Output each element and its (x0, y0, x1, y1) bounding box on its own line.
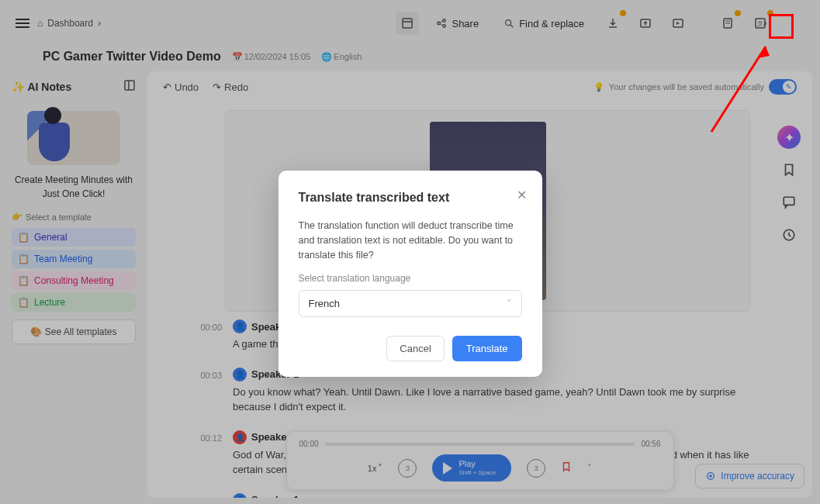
cancel-button[interactable]: Cancel (386, 336, 444, 361)
translate-modal: ✕ Translate transcribed text The transla… (279, 171, 542, 377)
translate-button[interactable]: Translate (452, 336, 522, 361)
annotation-arrow (704, 39, 781, 140)
modal-description: The translation function will deduct tra… (299, 219, 522, 262)
svg-line-26 (711, 47, 766, 132)
language-select[interactable]: French ˅ (299, 290, 522, 317)
chevron-down-icon: ˅ (507, 298, 512, 309)
close-icon[interactable]: ✕ (517, 188, 527, 202)
modal-select-label: Select translation language (299, 273, 522, 284)
annotation-highlight-box (769, 14, 794, 39)
modal-title: Translate transcribed text (299, 191, 522, 205)
